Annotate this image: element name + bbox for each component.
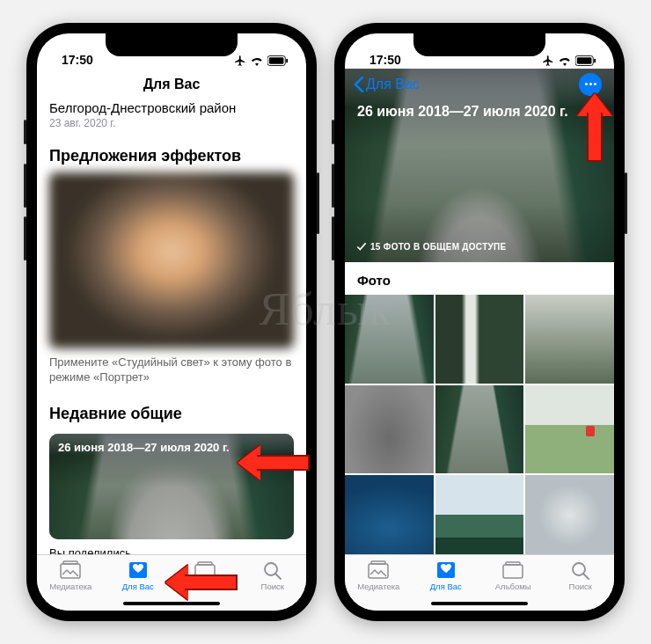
memory-location: Белгород-Днестровский район [37,100,306,115]
content-scroll[interactable]: Белгород-Днестровский район 23 авг. 2020… [37,100,306,554]
tab-label: Для Вас [122,582,154,591]
more-button[interactable] [579,73,602,96]
photo-thumbnail[interactable] [345,385,434,474]
svg-rect-16 [503,565,523,578]
photo-grid [345,295,614,554]
tab-label: Для Вас [430,582,462,591]
checkmark-icon [357,243,366,252]
search-icon [570,560,591,580]
annotation-arrow [577,93,612,164]
hero-title: 26 июня 2018—27 июля 2020 г. [357,104,602,120]
photo-thumbnail[interactable] [525,385,614,474]
battery-icon [267,55,289,66]
phone-right: 17:50 Для Вас 26 июня 2018—27 июля 2020 … [334,23,625,621]
svg-rect-11 [577,57,592,63]
photo-thumbnail[interactable] [525,295,614,384]
tab-library[interactable]: Медиатека [345,555,413,611]
svg-rect-17 [506,562,520,565]
status-icons [234,55,289,67]
tab-label: Поиск [569,582,592,591]
airplane-icon [234,55,246,67]
for-you-icon [127,560,150,580]
battery-icon [575,55,596,66]
tab-search[interactable]: Поиск [547,555,615,611]
home-indicator[interactable] [123,602,220,605]
chevron-left-icon [354,77,364,92]
tab-label: Медиатека [49,582,91,591]
svg-rect-4 [63,561,77,564]
effect-caption: Примените «Студийный свет» к этому фото … [37,348,306,394]
library-icon [59,560,82,580]
albums-icon [501,560,524,580]
hero-shared-status: 15 ФОТО В ОБЩЕМ ДОСТУПЕ [357,242,507,252]
photos-heading: Фото [345,262,614,295]
tab-library[interactable]: Медиатека [37,555,105,611]
photo-thumbnail[interactable] [525,475,614,554]
tab-label: Медиатека [357,582,399,591]
photo-thumbnail[interactable] [435,475,524,554]
you-shared-label: Вы поделились [37,545,306,554]
photo-thumbnail[interactable] [345,295,434,384]
photo-thumbnail[interactable] [345,475,434,554]
notch [106,33,238,56]
svg-rect-12 [594,59,596,63]
airplane-icon [542,55,554,67]
status-icons [542,55,596,67]
svg-rect-14 [371,561,385,564]
tab-label: Альбомы [495,582,531,591]
library-icon [367,560,390,580]
status-time: 17:50 [369,53,401,67]
svg-line-19 [583,574,589,579]
notch [413,33,545,56]
for-you-icon [435,560,457,580]
memory-date: 23 авг. 2020 г. [37,115,306,136]
photo-thumbnail[interactable] [435,385,524,474]
phone-left: 17:50 Для Вас Белгород-Днестровский райо… [26,23,317,621]
annotation-arrow [238,445,311,480]
svg-line-9 [275,574,281,579]
content-scroll[interactable]: 26 июня 2018—27 июля 2020 г. 15 ФОТО В О… [345,69,614,554]
tab-label: Поиск [261,582,284,591]
effects-heading: Предложения эффектов [37,136,306,172]
annotation-arrow [165,565,239,600]
back-label: Для Вас [366,77,420,92]
nav-bar: Для Вас [345,69,614,100]
back-button[interactable]: Для Вас [354,77,420,92]
status-time: 17:50 [62,53,93,67]
tab-search[interactable]: Поиск [239,555,307,611]
wifi-icon [558,55,572,66]
svg-rect-1 [269,57,284,63]
search-icon [262,560,283,580]
svg-rect-2 [286,59,288,63]
wifi-icon [250,55,264,66]
nav-bar: Для Вас [37,69,306,100]
photo-thumbnail[interactable] [435,295,524,384]
home-indicator[interactable] [431,602,528,605]
page-title: Для Вас [143,77,201,92]
effect-suggestion-card[interactable] [49,172,294,348]
recent-shared-heading: Недавние общие [37,394,306,430]
